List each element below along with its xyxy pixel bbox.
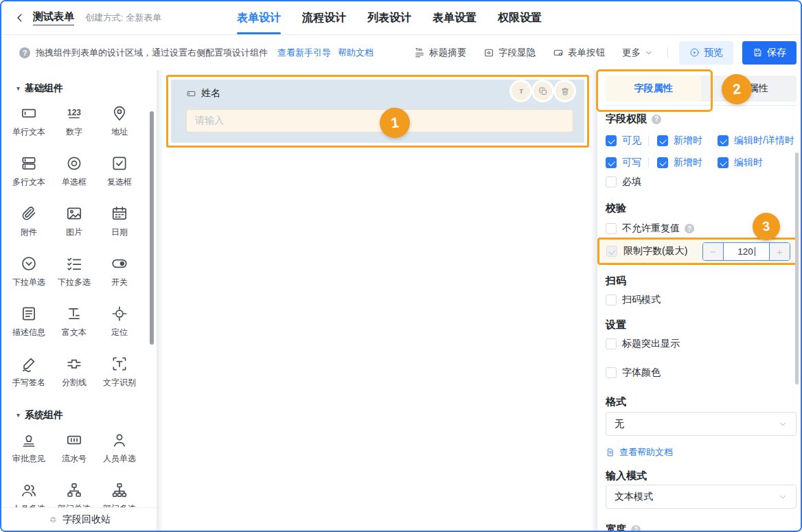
validation-title-text: 校验 xyxy=(606,202,626,215)
toolbar-menus: Title标题摘要字段显隐表单按钮更多 xyxy=(397,47,653,59)
component-grid: 单行文本123数字地址多行文本单选框复选框附件图片日期下拉单选下拉多选开关描述信… xyxy=(1,96,157,397)
component-item[interactable]: 文字识别 xyxy=(97,347,142,397)
component-item[interactable]: 图片 xyxy=(51,196,97,246)
component-item[interactable]: 开关 xyxy=(97,246,142,297)
component-item[interactable]: 多行文本 xyxy=(6,146,51,196)
divider xyxy=(648,136,649,146)
format-select-value: 无 xyxy=(615,418,624,430)
limit-length-input[interactable]: 120 xyxy=(724,243,769,260)
text-style-button[interactable]: T xyxy=(512,82,530,100)
component-item[interactable]: 审批意见 xyxy=(6,423,51,473)
checkbox[interactable] xyxy=(606,367,617,378)
title-summary-icon: Title xyxy=(414,47,425,58)
component-group-title-text: 基础组件 xyxy=(25,82,63,95)
question-icon[interactable]: ? xyxy=(652,115,661,124)
serial-icon xyxy=(65,431,83,449)
toolbar-action[interactable]: 表单按钮 xyxy=(553,47,605,59)
divider-icon xyxy=(65,355,83,373)
scan-option-row: 扫码模式 xyxy=(606,294,797,306)
component-item[interactable]: 富文本 xyxy=(51,297,97,347)
field-card-name[interactable]: 姓名 请输入 T xyxy=(171,80,584,143)
checkbox[interactable] xyxy=(657,135,668,146)
save-button[interactable]: 保存 xyxy=(742,41,797,65)
svg-text:♲: ♲ xyxy=(49,516,56,524)
component-item[interactable]: 定位 xyxy=(97,297,142,347)
component-group-title[interactable]: ▾系统组件 xyxy=(16,409,157,421)
component-item[interactable]: 日期 xyxy=(97,196,142,246)
format-select[interactable]: 无 xyxy=(606,412,797,436)
component-item-label: 分割线 xyxy=(62,377,87,389)
field-recycle-bin-label: 字段回收站 xyxy=(62,513,111,526)
text-cursor xyxy=(755,247,755,256)
header-tab-item[interactable]: 表单设置 xyxy=(433,1,477,34)
component-item[interactable]: 复选框 xyxy=(97,146,142,196)
header-tab-active[interactable]: 表单设计 xyxy=(237,1,281,34)
toolbar-hint: 拖拽组件到表单的设计区域，通过设置右侧配置项设计组件 xyxy=(36,47,268,59)
checkbox[interactable] xyxy=(657,157,668,168)
annotation-box-1: 姓名 请输入 T xyxy=(166,75,589,148)
preview-button[interactable]: 预览 xyxy=(679,41,733,65)
field-visibility-icon xyxy=(483,47,494,58)
guide-link[interactable]: 查看新手引导 xyxy=(277,47,331,59)
checkbox-no-duplicate[interactable] xyxy=(606,223,617,234)
component-item[interactable]: 下拉多选 xyxy=(51,246,97,297)
checkbox-limit-length[interactable] xyxy=(606,246,617,257)
required-row: 必填 xyxy=(606,176,797,188)
number-123-icon: 123 xyxy=(65,104,83,122)
component-item[interactable]: 地址 xyxy=(97,96,142,146)
component-item[interactable]: 流水号 xyxy=(51,423,97,473)
checkbox[interactable] xyxy=(718,157,729,168)
header-tab-item[interactable]: 列表设计 xyxy=(367,1,411,34)
component-item[interactable]: 单行文本 xyxy=(6,96,51,146)
divider xyxy=(648,158,649,167)
checkbox[interactable] xyxy=(606,294,617,305)
copy-button[interactable] xyxy=(534,82,552,100)
checkbox[interactable] xyxy=(718,135,729,146)
header: 测试表单 创建方式: 全新表单 表单设计流程设计列表设计表单设置权限设置 xyxy=(1,1,801,35)
section-field-permission-title: 字段权限 ? xyxy=(606,113,797,126)
question-icon[interactable]: ? xyxy=(631,525,641,531)
component-item-label: 审批意见 xyxy=(12,453,45,465)
checkbox-label: 字体颜色 xyxy=(622,367,661,379)
stepper-plus-button[interactable]: + xyxy=(769,243,790,260)
checkbox[interactable] xyxy=(606,157,617,168)
dept-multi-icon xyxy=(111,481,128,499)
help-doc-link[interactable]: 查看帮助文档 xyxy=(606,446,797,459)
header-tab-item[interactable]: 权限设置 xyxy=(498,1,542,34)
settings-option-row: 标题突出显示 xyxy=(606,338,797,350)
panel-scrollbar[interactable] xyxy=(795,152,799,384)
sidebar-scrollbar[interactable] xyxy=(150,111,154,345)
component-item[interactable]: 分割线 xyxy=(51,347,97,397)
help-doc-link[interactable]: 帮助文档 xyxy=(338,47,374,59)
component-item[interactable]: 下拉单选 xyxy=(6,246,51,297)
header-tab-item[interactable]: 流程设计 xyxy=(302,1,346,34)
svg-text:Title: Title xyxy=(415,48,422,51)
form-title[interactable]: 测试表单 xyxy=(33,10,74,25)
stepper-minus-button[interactable]: − xyxy=(703,243,724,260)
checkbox[interactable] xyxy=(606,135,617,146)
field-recycle-bin[interactable]: ♲ 字段回收站 xyxy=(1,507,157,531)
component-item[interactable]: 描述信息 xyxy=(6,297,51,347)
save-button-label: 保存 xyxy=(767,47,786,59)
component-item[interactable]: 人员单选 xyxy=(97,423,142,473)
input-mode-select[interactable]: 文本模式 xyxy=(606,485,797,509)
question-icon[interactable]: ? xyxy=(685,224,694,233)
component-item-label: 流水号 xyxy=(62,453,87,465)
chevron-down-icon xyxy=(778,492,788,502)
component-item[interactable]: 单选框 xyxy=(51,146,97,196)
component-group-title[interactable]: ▾基础组件 xyxy=(16,82,157,95)
component-item-label: 描述信息 xyxy=(12,327,45,338)
settings-title-text: 设置 xyxy=(606,319,626,332)
trash-button[interactable] xyxy=(555,82,574,100)
toolbar-action[interactable]: 更多 xyxy=(622,47,653,59)
component-item[interactable]: 附件 xyxy=(6,196,51,246)
toolbar-action[interactable]: 字段显隐 xyxy=(483,47,536,59)
component-item[interactable]: 手写签名 xyxy=(6,347,51,397)
checkbox-required[interactable] xyxy=(606,176,617,187)
toolbar-action[interactable]: Title标题摘要 xyxy=(414,47,466,59)
checkbox-label: 新增时 xyxy=(674,135,702,147)
back-icon[interactable] xyxy=(14,12,26,24)
checkbox[interactable] xyxy=(606,338,617,349)
component-item[interactable]: 123数字 xyxy=(51,96,97,146)
toolbar-action-label: 字段显隐 xyxy=(499,47,536,59)
